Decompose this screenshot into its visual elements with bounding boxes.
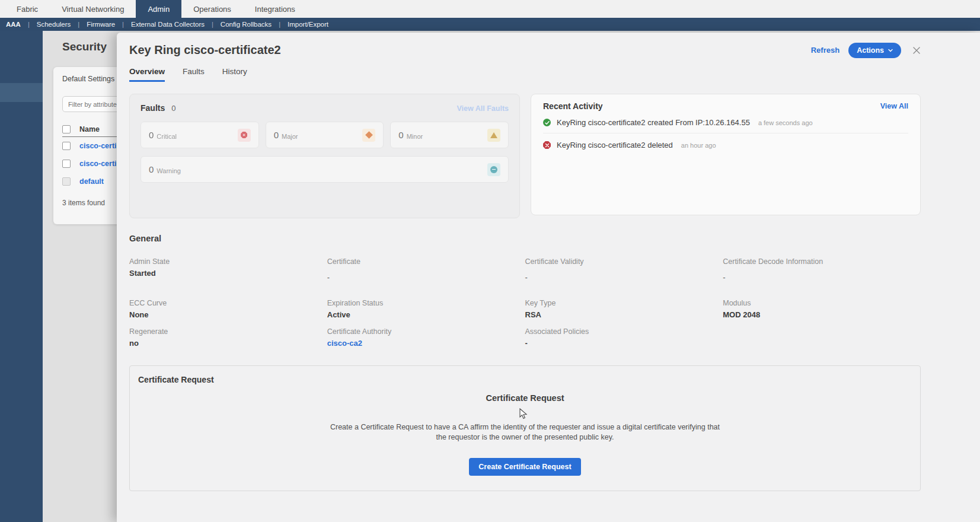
warning-count: 0	[149, 164, 154, 174]
row-checkbox-disabled	[62, 177, 71, 186]
activity-item: KeyRing cisco-certificate2 deleted an ho…	[543, 133, 908, 155]
chevron-down-icon	[888, 48, 893, 53]
field-certificate: Certificate -	[327, 257, 525, 299]
recent-activity-title: Recent Activity	[543, 101, 603, 111]
minus-circle-icon	[487, 163, 500, 176]
critical-faults-card: 0 Critical ✕	[141, 122, 259, 148]
recent-activity-header: Recent Activity View All	[543, 101, 908, 111]
certificate-request-section: Certificate Request Certificate Request …	[129, 365, 921, 491]
sub-nav-item-config-rollbacks[interactable]: Config Rollbacks	[213, 21, 279, 28]
top-nav: Fabric Virtual Networking Admin Operatio…	[0, 0, 980, 18]
keyring-link[interactable]: default	[79, 177, 104, 186]
header-actions: Refresh Actions	[811, 43, 921, 58]
sub-nav-item-schedulers[interactable]: Schedulers	[30, 21, 78, 28]
top-nav-tab-integrations[interactable]: Integrations	[243, 0, 307, 18]
refresh-button[interactable]: Refresh	[811, 46, 839, 55]
keyring-link[interactable]: cisco-certi	[79, 142, 117, 150]
field-certificate-authority: Certificate Authority cisco-ca2	[327, 327, 525, 348]
faults-card-header: Faults 0 View All Faults	[141, 103, 509, 113]
success-check-icon	[543, 119, 551, 126]
field-admin-state: Admin State Started	[129, 257, 327, 299]
sub-nav-item-firmware[interactable]: Firmware	[79, 21, 122, 28]
field-ecc-curve: ECC Curve None	[129, 299, 327, 327]
field-modulus: Modulus MOD 2048	[723, 299, 921, 327]
actions-button-label: Actions	[857, 46, 884, 55]
panel-tabs: Overview Faults History	[129, 67, 921, 82]
minor-faults-card: 0 Minor	[390, 122, 509, 148]
keyring-detail-panel: Key Ring cisco-certificate2 Refresh Acti…	[117, 33, 980, 522]
faults-card: Faults 0 View All Faults 0 Critical ✕ 0 …	[129, 94, 520, 218]
certificate-request-description: Create a Certificate Request to have a C…	[330, 422, 721, 442]
fault-stats-row: 0 Critical ✕ 0 Major 0 Minor	[141, 122, 509, 148]
warning-triangle-icon	[487, 129, 500, 142]
top-nav-tab-virtual-networking[interactable]: Virtual Networking	[50, 0, 136, 18]
create-certificate-request-button[interactable]: Create Certificate Request	[469, 458, 580, 476]
top-nav-tab-operations[interactable]: Operations	[181, 0, 243, 18]
summary-cards-row: Faults 0 View All Faults 0 Critical ✕ 0 …	[129, 94, 921, 218]
error-octagon-icon	[543, 141, 551, 149]
close-icon[interactable]	[912, 46, 921, 55]
faults-title: Faults	[141, 103, 165, 113]
critical-count: 0	[149, 130, 154, 140]
certificate-request-section-title: Certificate Request	[138, 375, 912, 384]
activity-item: KeyRing cisco-certificate2 created From …	[543, 111, 908, 133]
left-sidebar-rail	[0, 31, 43, 522]
security-page-title: Security	[62, 40, 107, 53]
major-count: 0	[274, 130, 279, 140]
warning-label: Warning	[157, 167, 181, 174]
activity-time: an hour ago	[681, 142, 716, 149]
field-certificate-validity: Certificate Validity -	[525, 257, 723, 299]
sidebar-active-item[interactable]	[0, 83, 43, 102]
field-expiration-status: Expiration Status Active	[327, 299, 525, 327]
field-associated-policies: Associated Policies -	[525, 327, 723, 348]
sub-nav-item-external-data-collectors[interactable]: External Data Collectors	[124, 21, 212, 28]
keyring-link[interactable]: cisco-certi	[79, 160, 117, 168]
critical-label: Critical	[157, 133, 177, 140]
top-nav-tab-admin[interactable]: Admin	[136, 0, 181, 18]
panel-header: Key Ring cisco-certificate2 Refresh Acti…	[129, 33, 921, 60]
top-nav-tab-fabric[interactable]: Fabric	[5, 0, 50, 18]
tab-history[interactable]: History	[222, 67, 247, 82]
certificate-request-heading: Certificate Request	[138, 393, 912, 403]
row-checkbox[interactable]	[62, 142, 71, 150]
warning-faults-card: 0 Warning	[141, 156, 509, 183]
page-title: Key Ring cisco-certificate2	[129, 43, 281, 57]
general-section-title: General	[129, 234, 921, 243]
sub-nav: AAA | Schedulers | Firmware | External D…	[0, 18, 980, 31]
field-regenerate: Regenerate no	[129, 327, 327, 348]
minor-count: 0	[398, 130, 403, 140]
major-label: Major	[282, 133, 298, 140]
general-fields-grid: Admin State Started Certificate - Certif…	[129, 257, 921, 348]
minor-label: Minor	[407, 133, 423, 140]
activity-time: a few seconds ago	[758, 119, 813, 126]
activity-text: KeyRing cisco-certificate2 created From …	[557, 118, 750, 127]
row-checkbox[interactable]	[62, 160, 71, 168]
major-faults-card: 0 Major	[266, 122, 384, 148]
tab-faults[interactable]: Faults	[183, 67, 205, 82]
general-section: General Admin State Started Certificate …	[129, 234, 921, 348]
empty-cell	[723, 327, 921, 348]
faults-count: 0	[171, 104, 175, 113]
select-all-checkbox[interactable]	[62, 125, 71, 133]
activity-text: KeyRing cisco-certificate2 deleted	[557, 141, 673, 149]
field-certificate-decode-information: Certificate Decode Information -	[723, 257, 921, 299]
field-key-type: Key Type RSA	[525, 299, 723, 327]
certificate-authority-link[interactable]: cisco-ca2	[327, 339, 513, 348]
sub-nav-item-aaa[interactable]: AAA	[5, 21, 28, 28]
recent-activity-card: Recent Activity View All KeyRing cisco-c…	[531, 94, 921, 215]
major-icon	[362, 129, 375, 142]
actions-button[interactable]: Actions	[848, 43, 901, 58]
sub-nav-item-import-export[interactable]: Import/Export	[280, 21, 336, 28]
view-all-faults-link[interactable]: View All Faults	[457, 104, 509, 113]
critical-icon: ✕	[238, 129, 251, 142]
tab-overview[interactable]: Overview	[129, 67, 165, 82]
name-column-header: Name	[79, 125, 100, 133]
view-all-link[interactable]: View All	[880, 102, 908, 110]
